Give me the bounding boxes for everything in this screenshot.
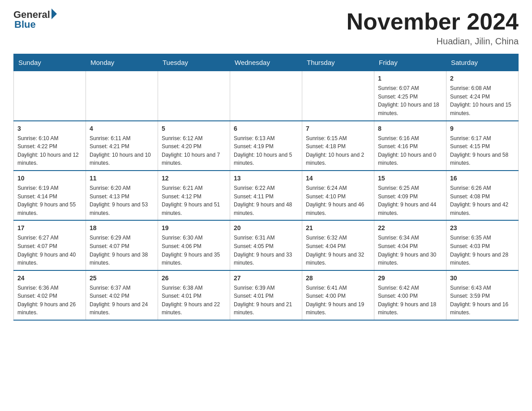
day-of-week-header: Wednesday bbox=[230, 54, 302, 71]
calendar-day-cell bbox=[14, 71, 86, 121]
day-info: Sunrise: 6:21 AM Sunset: 4:12 PM Dayligh… bbox=[162, 184, 226, 217]
calendar-day-cell: 23Sunrise: 6:35 AM Sunset: 4:03 PM Dayli… bbox=[446, 220, 519, 270]
location-text: Huadian, Jilin, China bbox=[347, 36, 519, 47]
calendar-week-row: 10Sunrise: 6:19 AM Sunset: 4:14 PM Dayli… bbox=[14, 171, 519, 220]
day-number: 17 bbox=[17, 223, 82, 233]
day-number: 4 bbox=[90, 124, 154, 133]
title-block: November 2024 Huadian, Jilin, China bbox=[347, 9, 519, 47]
calendar-day-cell: 30Sunrise: 6:43 AM Sunset: 3:59 PM Dayli… bbox=[446, 270, 519, 320]
day-number: 26 bbox=[162, 274, 226, 283]
day-number: 24 bbox=[17, 274, 82, 283]
day-info: Sunrise: 6:16 AM Sunset: 4:16 PM Dayligh… bbox=[378, 134, 442, 167]
day-number: 3 bbox=[17, 124, 82, 133]
day-info: Sunrise: 6:10 AM Sunset: 4:22 PM Dayligh… bbox=[17, 134, 82, 167]
calendar-day-cell: 6Sunrise: 6:13 AM Sunset: 4:19 PM Daylig… bbox=[230, 121, 302, 171]
calendar-day-cell: 8Sunrise: 6:16 AM Sunset: 4:16 PM Daylig… bbox=[374, 121, 446, 171]
day-of-week-header: Sunday bbox=[14, 54, 86, 71]
day-info: Sunrise: 6:13 AM Sunset: 4:19 PM Dayligh… bbox=[234, 134, 298, 167]
calendar-week-row: 1Sunrise: 6:07 AM Sunset: 4:25 PM Daylig… bbox=[14, 71, 519, 121]
day-number: 14 bbox=[306, 174, 370, 183]
day-of-week-header: Monday bbox=[86, 54, 158, 71]
day-number: 7 bbox=[306, 124, 370, 133]
calendar-table: SundayMondayTuesdayWednesdayThursdayFrid… bbox=[13, 54, 519, 321]
day-info: Sunrise: 6:29 AM Sunset: 4:07 PM Dayligh… bbox=[90, 234, 154, 267]
calendar-day-cell: 1Sunrise: 6:07 AM Sunset: 4:25 PM Daylig… bbox=[374, 71, 446, 121]
day-info: Sunrise: 6:36 AM Sunset: 4:02 PM Dayligh… bbox=[17, 284, 82, 317]
calendar-day-cell: 9Sunrise: 6:17 AM Sunset: 4:15 PM Daylig… bbox=[446, 121, 519, 171]
day-info: Sunrise: 6:15 AM Sunset: 4:18 PM Dayligh… bbox=[306, 134, 370, 167]
day-info: Sunrise: 6:26 AM Sunset: 4:08 PM Dayligh… bbox=[450, 184, 515, 217]
calendar-day-cell: 18Sunrise: 6:29 AM Sunset: 4:07 PM Dayli… bbox=[86, 220, 158, 270]
calendar-day-cell bbox=[86, 71, 158, 121]
calendar-day-cell: 13Sunrise: 6:22 AM Sunset: 4:11 PM Dayli… bbox=[230, 171, 302, 220]
day-number: 20 bbox=[234, 223, 298, 233]
calendar-day-cell: 24Sunrise: 6:36 AM Sunset: 4:02 PM Dayli… bbox=[14, 270, 86, 320]
day-number: 11 bbox=[90, 174, 154, 183]
day-info: Sunrise: 6:08 AM Sunset: 4:24 PM Dayligh… bbox=[450, 84, 515, 117]
day-info: Sunrise: 6:12 AM Sunset: 4:20 PM Dayligh… bbox=[162, 134, 226, 167]
day-number: 29 bbox=[378, 274, 442, 283]
day-number: 8 bbox=[378, 124, 442, 133]
day-of-week-header: Tuesday bbox=[158, 54, 230, 71]
calendar-week-row: 17Sunrise: 6:27 AM Sunset: 4:07 PM Dayli… bbox=[14, 220, 519, 270]
day-number: 18 bbox=[90, 223, 154, 233]
day-of-week-header: Thursday bbox=[302, 54, 374, 71]
day-number: 21 bbox=[306, 223, 370, 233]
day-info: Sunrise: 6:30 AM Sunset: 4:06 PM Dayligh… bbox=[162, 234, 226, 267]
day-info: Sunrise: 6:42 AM Sunset: 4:00 PM Dayligh… bbox=[378, 284, 442, 317]
calendar-day-cell: 14Sunrise: 6:24 AM Sunset: 4:10 PM Dayli… bbox=[302, 171, 374, 220]
calendar-week-row: 3Sunrise: 6:10 AM Sunset: 4:22 PM Daylig… bbox=[14, 121, 519, 171]
calendar-day-cell: 17Sunrise: 6:27 AM Sunset: 4:07 PM Dayli… bbox=[14, 220, 86, 270]
day-info: Sunrise: 6:31 AM Sunset: 4:05 PM Dayligh… bbox=[234, 234, 298, 267]
day-info: Sunrise: 6:43 AM Sunset: 3:59 PM Dayligh… bbox=[450, 284, 515, 317]
calendar-week-row: 24Sunrise: 6:36 AM Sunset: 4:02 PM Dayli… bbox=[14, 270, 519, 320]
calendar-day-cell: 27Sunrise: 6:39 AM Sunset: 4:01 PM Dayli… bbox=[230, 270, 302, 320]
calendar-day-cell: 2Sunrise: 6:08 AM Sunset: 4:24 PM Daylig… bbox=[446, 71, 519, 121]
day-info: Sunrise: 6:41 AM Sunset: 4:00 PM Dayligh… bbox=[306, 284, 370, 317]
calendar-day-cell bbox=[158, 71, 230, 121]
calendar-day-cell: 7Sunrise: 6:15 AM Sunset: 4:18 PM Daylig… bbox=[302, 121, 374, 171]
page-header: General Blue November 2024 Huadian, Jili… bbox=[13, 9, 519, 47]
calendar-day-cell: 29Sunrise: 6:42 AM Sunset: 4:00 PM Dayli… bbox=[374, 270, 446, 320]
calendar-day-cell: 5Sunrise: 6:12 AM Sunset: 4:20 PM Daylig… bbox=[158, 121, 230, 171]
calendar-day-cell: 16Sunrise: 6:26 AM Sunset: 4:08 PM Dayli… bbox=[446, 171, 519, 220]
day-number: 25 bbox=[90, 274, 154, 283]
day-number: 1 bbox=[378, 74, 442, 83]
day-number: 23 bbox=[450, 223, 515, 233]
day-number: 16 bbox=[450, 174, 515, 183]
day-info: Sunrise: 6:19 AM Sunset: 4:14 PM Dayligh… bbox=[17, 184, 82, 217]
day-number: 12 bbox=[162, 174, 226, 183]
calendar-day-cell: 11Sunrise: 6:20 AM Sunset: 4:13 PM Dayli… bbox=[86, 171, 158, 220]
day-info: Sunrise: 6:20 AM Sunset: 4:13 PM Dayligh… bbox=[90, 184, 154, 217]
calendar-day-cell: 21Sunrise: 6:32 AM Sunset: 4:04 PM Dayli… bbox=[302, 220, 374, 270]
day-info: Sunrise: 6:38 AM Sunset: 4:01 PM Dayligh… bbox=[162, 284, 226, 317]
day-info: Sunrise: 6:35 AM Sunset: 4:03 PM Dayligh… bbox=[450, 234, 515, 267]
calendar-day-cell bbox=[302, 71, 374, 121]
calendar-day-cell: 15Sunrise: 6:25 AM Sunset: 4:09 PM Dayli… bbox=[374, 171, 446, 220]
day-number: 5 bbox=[162, 124, 226, 133]
day-info: Sunrise: 6:27 AM Sunset: 4:07 PM Dayligh… bbox=[17, 234, 82, 267]
calendar-day-cell: 28Sunrise: 6:41 AM Sunset: 4:00 PM Dayli… bbox=[302, 270, 374, 320]
month-title: November 2024 bbox=[347, 9, 519, 34]
day-number: 2 bbox=[450, 74, 515, 83]
day-info: Sunrise: 6:32 AM Sunset: 4:04 PM Dayligh… bbox=[306, 234, 370, 267]
logo-arrow-icon bbox=[51, 9, 57, 19]
calendar-day-cell: 26Sunrise: 6:38 AM Sunset: 4:01 PM Dayli… bbox=[158, 270, 230, 320]
day-number: 30 bbox=[450, 274, 515, 283]
day-number: 9 bbox=[450, 124, 515, 133]
day-info: Sunrise: 6:25 AM Sunset: 4:09 PM Dayligh… bbox=[378, 184, 442, 217]
day-number: 27 bbox=[234, 274, 298, 283]
calendar-header-row: SundayMondayTuesdayWednesdayThursdayFrid… bbox=[14, 54, 519, 71]
day-info: Sunrise: 6:17 AM Sunset: 4:15 PM Dayligh… bbox=[450, 134, 515, 167]
calendar-day-cell: 3Sunrise: 6:10 AM Sunset: 4:22 PM Daylig… bbox=[14, 121, 86, 171]
day-number: 10 bbox=[17, 174, 82, 183]
day-number: 22 bbox=[378, 223, 442, 233]
calendar-day-cell: 12Sunrise: 6:21 AM Sunset: 4:12 PM Dayli… bbox=[158, 171, 230, 220]
day-of-week-header: Saturday bbox=[446, 54, 519, 71]
calendar-day-cell: 22Sunrise: 6:34 AM Sunset: 4:04 PM Dayli… bbox=[374, 220, 446, 270]
day-of-week-header: Friday bbox=[374, 54, 446, 71]
calendar-day-cell bbox=[230, 71, 302, 121]
day-number: 19 bbox=[162, 223, 226, 233]
day-info: Sunrise: 6:39 AM Sunset: 4:01 PM Dayligh… bbox=[234, 284, 298, 317]
day-number: 13 bbox=[234, 174, 298, 183]
